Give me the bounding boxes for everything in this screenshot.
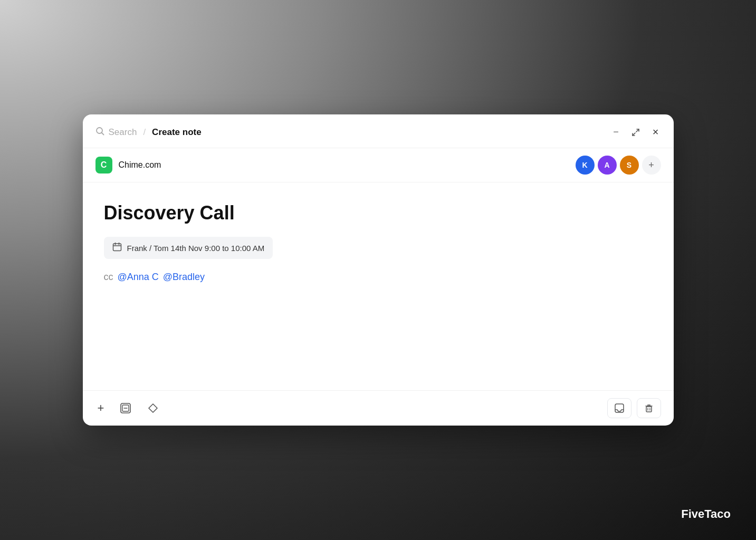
footer-right [607, 398, 661, 418]
avatar-a: A [598, 156, 617, 175]
site-bar-left: C Chime.com [95, 157, 161, 173]
title-bar-right: − × [611, 124, 661, 140]
svg-line-1 [101, 133, 103, 135]
archive-button[interactable] [118, 400, 133, 416]
cc-line: cc @Anna C @Bradley [104, 272, 653, 283]
note-content: Discovery Call Frank / Tom 14th Nov 9:00… [83, 182, 674, 390]
search-label: Search [109, 127, 137, 138]
collapse-button[interactable] [629, 126, 642, 139]
footer: + [83, 390, 674, 426]
svg-rect-12 [646, 407, 652, 412]
note-title: Discovery Call [104, 201, 653, 224]
mention-anna: @Anna C [118, 272, 159, 283]
modal-window: Search / Create note − × C Chime.com [83, 114, 674, 426]
calendar-badge: Frank / Tom 14th Nov 9:00 to 10:00 AM [104, 237, 273, 259]
site-name: Chime.com [119, 160, 161, 170]
minimize-button[interactable]: − [611, 124, 621, 140]
title-bar-left: Search / Create note [95, 127, 202, 138]
add-button[interactable]: + [95, 399, 107, 417]
tag-button[interactable] [145, 400, 161, 416]
calendar-icon [112, 242, 122, 254]
search-icon [95, 127, 104, 138]
delete-button[interactable] [637, 398, 661, 418]
create-note-label: Create note [152, 127, 202, 138]
calendar-event-text: Frank / Tom 14th Nov 9:00 to 10:00 AM [127, 244, 265, 253]
avatars-group: K A S + [576, 156, 661, 175]
site-bar: C Chime.com K A S + [83, 148, 674, 182]
close-button[interactable]: × [650, 124, 661, 140]
add-avatar-button[interactable]: + [642, 156, 661, 175]
breadcrumb-separator: / [143, 127, 146, 138]
avatar-s: S [620, 156, 639, 175]
watermark: FiveTaco [681, 507, 731, 521]
mention-bradley: @Bradley [163, 272, 205, 283]
svg-rect-4 [113, 244, 121, 251]
cc-label: cc [104, 272, 113, 283]
title-bar: Search / Create note − × [83, 114, 674, 148]
avatar-k: K [576, 156, 595, 175]
inbox-button[interactable] [607, 398, 631, 418]
footer-left: + [95, 399, 161, 417]
site-logo: C [95, 157, 112, 173]
